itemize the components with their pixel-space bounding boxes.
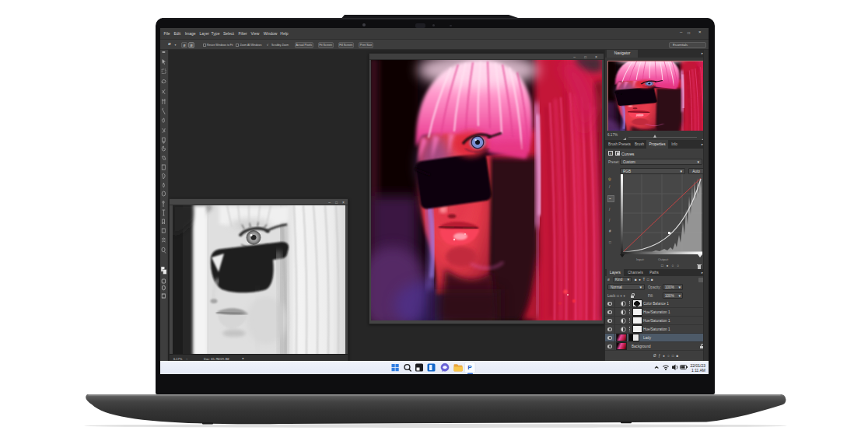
svg-text:22/01/23: 22/01/23 [691, 363, 706, 368]
svg-text:P: P [467, 364, 472, 371]
svg-text:1:11 AM: 1:11 AM [691, 368, 705, 373]
